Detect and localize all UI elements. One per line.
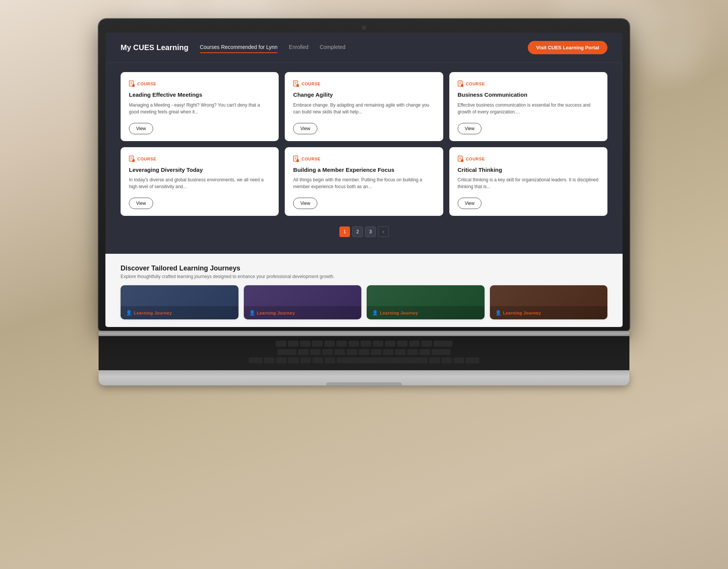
key: [431, 349, 450, 355]
visit-portal-button[interactable]: Visit CUES Learning Portal: [528, 41, 607, 54]
course-desc-1: Embrace change. By adapting and remainin…: [293, 102, 435, 115]
page-btn-1[interactable]: 1: [339, 226, 350, 237]
view-button-3[interactable]: View: [129, 198, 153, 209]
journey-badge-label-1: Learning Journey: [257, 311, 295, 315]
view-button-1[interactable]: View: [293, 123, 317, 134]
view-button-0[interactable]: View: [129, 123, 153, 134]
course-icon-0: [129, 80, 135, 87]
key: [397, 341, 408, 347]
journeys-subtitle: Explore thoughtfully crafted learning jo…: [121, 274, 607, 279]
course-card-0: COURSE Leading Effective Meetings Managi…: [121, 72, 279, 141]
course-type-label-5: COURSE: [466, 157, 485, 161]
view-button-5[interactable]: View: [458, 198, 482, 209]
course-icon-1: [293, 80, 299, 87]
key: [395, 349, 406, 355]
journey-badge-label-0: Learning Journey: [134, 311, 172, 315]
view-button-4[interactable]: View: [293, 198, 317, 209]
journeys-header: Discover Tailored Learning Journeys Expl…: [121, 264, 607, 279]
key: [347, 349, 357, 355]
laptop-screen: My CUES Learning Courses Recommended for…: [105, 33, 623, 327]
journey-card-3[interactable]: 👤 Learning Journey: [490, 285, 608, 319]
laptop-lid: My CUES Learning Courses Recommended for…: [99, 19, 629, 331]
tab-completed[interactable]: Completed: [320, 44, 345, 52]
courses-section: COURSE Leading Effective Meetings Managi…: [105, 63, 623, 254]
svg-rect-24: [297, 159, 299, 162]
key: [359, 349, 369, 355]
key: [429, 357, 440, 363]
course-badge-1: COURSE: [293, 80, 435, 87]
journey-icon-3: 👤: [495, 310, 501, 316]
journey-card-top-0: 👤 Learning Journey: [121, 285, 238, 319]
key: [276, 357, 287, 363]
key: [300, 357, 311, 363]
laptop-bottom: [99, 370, 629, 385]
key: [276, 341, 286, 347]
journey-card-top-3: 👤 Learning Journey: [490, 285, 608, 319]
course-card-4: COURSE Building a Member Experience Focu…: [285, 147, 443, 216]
course-title-3: Leveraging Diversity Today: [129, 166, 270, 174]
svg-rect-19: [132, 159, 135, 162]
svg-rect-29: [461, 159, 463, 162]
course-type-label-4: COURSE: [301, 157, 320, 161]
course-card-2: COURSE Business Communication Effective …: [449, 72, 607, 141]
course-badge-3: COURSE: [129, 156, 270, 162]
journeys-section: Discover Tailored Learning Journeys Expl…: [105, 254, 623, 327]
key: [336, 341, 347, 347]
key: [278, 349, 297, 355]
course-desc-3: In today's diverse and global business e…: [129, 176, 270, 190]
key: [249, 357, 262, 363]
page-btn-3[interactable]: 3: [365, 226, 376, 237]
course-grid: COURSE Leading Effective Meetings Managi…: [121, 72, 607, 216]
view-button-2[interactable]: View: [458, 123, 482, 134]
svg-rect-4: [132, 84, 135, 87]
course-card-1: COURSE Change Agility Embrace change. By…: [285, 72, 443, 141]
camera-dot: [362, 26, 366, 30]
journey-icon-2: 👤: [372, 310, 378, 316]
key: [312, 341, 323, 347]
keyboard-row-3: [129, 357, 599, 363]
keyboard-area: [99, 336, 629, 370]
spacebar-key: [337, 357, 428, 363]
course-type-label-2: COURSE: [466, 82, 485, 86]
journey-badge-2: 👤 Learning Journey: [367, 306, 485, 319]
tab-recommended[interactable]: Courses Recommended for Lynn: [200, 44, 278, 52]
course-card-3: COURSE Leveraging Diversity Today In tod…: [121, 147, 279, 216]
key: [361, 341, 371, 347]
course-badge-2: COURSE: [458, 80, 599, 87]
journey-badge-0: 👤 Learning Journey: [121, 306, 238, 319]
key: [288, 341, 298, 347]
journey-card-top-1: 👤 Learning Journey: [244, 285, 362, 319]
next-page-button[interactable]: ›: [378, 226, 389, 237]
key: [466, 357, 479, 363]
key: [334, 349, 345, 355]
course-type-label-3: COURSE: [137, 157, 156, 161]
journeys-title: Discover Tailored Learning Journeys: [121, 264, 607, 272]
journey-card-top-2: 👤 Learning Journey: [367, 285, 485, 319]
journey-card-0[interactable]: 👤 Learning Journey: [121, 285, 238, 319]
key: [348, 341, 359, 347]
keyboard-row-2: [129, 349, 599, 355]
laptop-hinge: [99, 331, 629, 336]
key: [441, 357, 452, 363]
course-title-2: Business Communication: [458, 91, 599, 99]
journey-card-2[interactable]: 👤 Learning Journey: [367, 285, 485, 319]
key: [453, 357, 464, 363]
svg-rect-9: [297, 84, 299, 87]
journey-badge-1: 👤 Learning Journey: [244, 306, 362, 319]
page-btn-2[interactable]: 2: [352, 226, 363, 237]
course-icon-2: [458, 80, 464, 87]
nav-tabs-container: Courses Recommended for Lynn Enrolled Co…: [200, 44, 516, 52]
key: [264, 357, 275, 363]
journey-card-1[interactable]: 👤 Learning Journey: [244, 285, 362, 319]
navigation-bar: My CUES Learning Courses Recommended for…: [105, 33, 623, 63]
tab-enrolled[interactable]: Enrolled: [289, 44, 308, 52]
laptop-device: My CUES Learning Courses Recommended for…: [99, 19, 629, 385]
journey-badge-label-3: Learning Journey: [503, 311, 541, 315]
journey-icon-1: 👤: [249, 310, 255, 316]
course-desc-0: Managing a Meeting - easy! Right? Wrong?…: [129, 102, 270, 115]
laptop-notch: [326, 382, 402, 385]
svg-rect-14: [461, 84, 463, 87]
key: [385, 341, 395, 347]
key: [312, 357, 323, 363]
journey-badge-label-2: Learning Journey: [380, 311, 418, 315]
